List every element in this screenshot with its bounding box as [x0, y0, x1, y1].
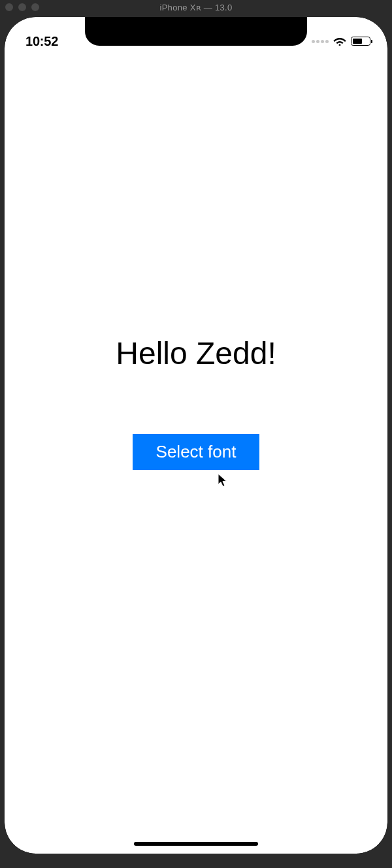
cellular-signal-icon — [312, 40, 329, 43]
zoom-window-button[interactable] — [31, 3, 39, 11]
simulator-device-frame: 10:52 Hello Zedd! Select font — [5, 17, 387, 854]
minimize-window-button[interactable] — [18, 3, 26, 11]
home-indicator[interactable] — [134, 842, 258, 846]
window-title: iPhone Xʀ — 13.0 — [159, 3, 232, 12]
battery-icon — [351, 37, 370, 46]
traffic-light-buttons[interactable] — [5, 3, 39, 11]
hello-label: Hello Zedd! — [116, 335, 276, 371]
device-notch — [85, 17, 307, 46]
device-screen: 10:52 Hello Zedd! Select font — [5, 17, 387, 854]
battery-level — [353, 39, 362, 44]
wifi-icon — [333, 37, 346, 46]
mac-window-titlebar: iPhone Xʀ — 13.0 — [0, 0, 392, 14]
select-font-button[interactable]: Select font — [133, 434, 260, 470]
close-window-button[interactable] — [5, 3, 13, 11]
app-main-content: Hello Zedd! Select font — [5, 17, 387, 854]
status-bar-right — [312, 37, 370, 46]
status-bar-time: 10:52 — [25, 34, 58, 49]
